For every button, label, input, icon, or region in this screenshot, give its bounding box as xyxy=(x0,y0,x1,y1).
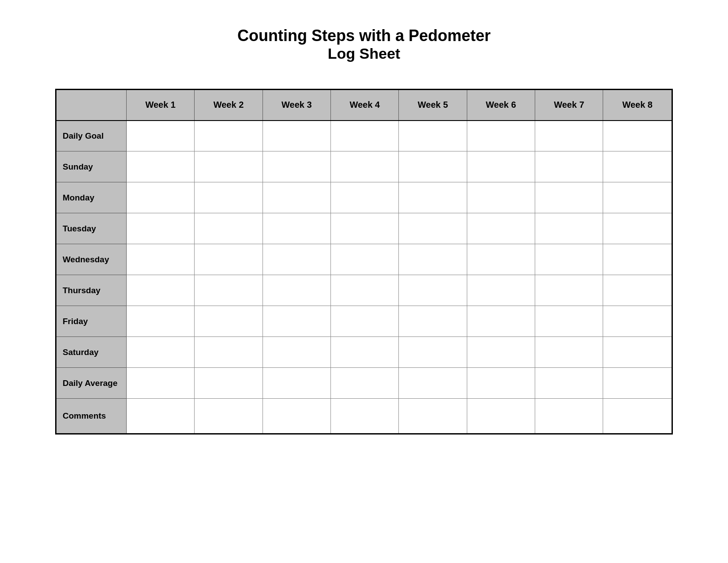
cell-row2-week6[interactable] xyxy=(467,182,535,213)
cell-row4-week4[interactable] xyxy=(331,244,399,275)
cell-row6-week8[interactable] xyxy=(603,306,672,337)
cell-row0-week3[interactable] xyxy=(263,121,330,151)
cell-row6-week2[interactable] xyxy=(195,306,263,337)
header-week3: Week 3 xyxy=(263,90,330,121)
cell-row3-week1[interactable] xyxy=(127,213,195,244)
cell-row0-week2[interactable] xyxy=(195,121,263,151)
cell-row8-week5[interactable] xyxy=(399,368,467,399)
cell-row0-week4[interactable] xyxy=(331,121,399,151)
cell-row6-week5[interactable] xyxy=(399,306,467,337)
cell-row1-week7[interactable] xyxy=(535,151,603,182)
cell-row3-week8[interactable] xyxy=(603,213,672,244)
cell-row0-week7[interactable] xyxy=(535,121,603,151)
table-row: Thursday xyxy=(56,275,672,306)
cell-row6-week1[interactable] xyxy=(127,306,195,337)
title-line1: Counting Steps with a Pedometer xyxy=(237,26,491,45)
cell-row9-week7[interactable] xyxy=(535,399,603,434)
cell-row8-week1[interactable] xyxy=(127,368,195,399)
cell-row8-week7[interactable] xyxy=(535,368,603,399)
cell-row5-week2[interactable] xyxy=(195,275,263,306)
cell-row8-week2[interactable] xyxy=(195,368,263,399)
cell-row2-week1[interactable] xyxy=(127,182,195,213)
cell-row8-week8[interactable] xyxy=(603,368,672,399)
cell-row7-week5[interactable] xyxy=(399,337,467,368)
cell-row7-week2[interactable] xyxy=(195,337,263,368)
cell-row4-week7[interactable] xyxy=(535,244,603,275)
cell-row2-week2[interactable] xyxy=(195,182,263,213)
cell-row5-week4[interactable] xyxy=(331,275,399,306)
cell-row3-week6[interactable] xyxy=(467,213,535,244)
cell-row3-week2[interactable] xyxy=(195,213,263,244)
table-row: Daily Goal xyxy=(56,121,672,151)
header-row: Week 1 Week 2 Week 3 Week 4 Week 5 Week … xyxy=(56,90,672,121)
cell-row2-week3[interactable] xyxy=(263,182,330,213)
cell-row1-week2[interactable] xyxy=(195,151,263,182)
cell-row9-week5[interactable] xyxy=(399,399,467,434)
cell-row3-week7[interactable] xyxy=(535,213,603,244)
cell-row6-week7[interactable] xyxy=(535,306,603,337)
cell-row3-week3[interactable] xyxy=(263,213,330,244)
cell-row7-week4[interactable] xyxy=(331,337,399,368)
cell-row0-week8[interactable] xyxy=(603,121,672,151)
table-row: Tuesday xyxy=(56,213,672,244)
cell-row1-week4[interactable] xyxy=(331,151,399,182)
cell-row9-week3[interactable] xyxy=(263,399,330,434)
cell-row7-week6[interactable] xyxy=(467,337,535,368)
cell-row1-week6[interactable] xyxy=(467,151,535,182)
cell-row8-week3[interactable] xyxy=(263,368,330,399)
cell-row7-week3[interactable] xyxy=(263,337,330,368)
cell-row7-week7[interactable] xyxy=(535,337,603,368)
cell-row9-week4[interactable] xyxy=(331,399,399,434)
cell-row4-week3[interactable] xyxy=(263,244,330,275)
cell-row4-week2[interactable] xyxy=(195,244,263,275)
cell-row6-week6[interactable] xyxy=(467,306,535,337)
cell-row5-week6[interactable] xyxy=(467,275,535,306)
cell-row2-week7[interactable] xyxy=(535,182,603,213)
cell-row6-week3[interactable] xyxy=(263,306,330,337)
table-row: Wednesday xyxy=(56,244,672,275)
log-table-wrapper: Week 1 Week 2 Week 3 Week 4 Week 5 Week … xyxy=(55,89,673,435)
cell-row2-week5[interactable] xyxy=(399,182,467,213)
cell-row2-week4[interactable] xyxy=(331,182,399,213)
cell-row1-week3[interactable] xyxy=(263,151,330,182)
log-table: Week 1 Week 2 Week 3 Week 4 Week 5 Week … xyxy=(55,89,673,435)
cell-row4-week1[interactable] xyxy=(127,244,195,275)
cell-row1-week1[interactable] xyxy=(127,151,195,182)
cell-row1-week5[interactable] xyxy=(399,151,467,182)
table-row: Monday xyxy=(56,182,672,213)
cell-row5-week5[interactable] xyxy=(399,275,467,306)
cell-row5-week3[interactable] xyxy=(263,275,330,306)
cell-row0-week1[interactable] xyxy=(127,121,195,151)
cell-row6-week4[interactable] xyxy=(331,306,399,337)
cell-row7-week8[interactable] xyxy=(603,337,672,368)
cell-row1-week8[interactable] xyxy=(603,151,672,182)
cell-row9-week2[interactable] xyxy=(195,399,263,434)
cell-row4-week8[interactable] xyxy=(603,244,672,275)
row-label-5: Thursday xyxy=(56,275,127,306)
cell-row9-week8[interactable] xyxy=(603,399,672,434)
cell-row3-week4[interactable] xyxy=(331,213,399,244)
cell-row4-week6[interactable] xyxy=(467,244,535,275)
row-label-3: Tuesday xyxy=(56,213,127,244)
table-row: Daily Average xyxy=(56,368,672,399)
cell-row0-week5[interactable] xyxy=(399,121,467,151)
table-row: Friday xyxy=(56,306,672,337)
cell-row8-week6[interactable] xyxy=(467,368,535,399)
page-title: Counting Steps with a Pedometer Log Shee… xyxy=(237,26,491,62)
cell-row2-week8[interactable] xyxy=(603,182,672,213)
cell-row5-week8[interactable] xyxy=(603,275,672,306)
cell-row4-week5[interactable] xyxy=(399,244,467,275)
cell-row7-week1[interactable] xyxy=(127,337,195,368)
cell-row9-week1[interactable] xyxy=(127,399,195,434)
cell-row9-week6[interactable] xyxy=(467,399,535,434)
table-row: Sunday xyxy=(56,151,672,182)
cell-row0-week6[interactable] xyxy=(467,121,535,151)
cell-row3-week5[interactable] xyxy=(399,213,467,244)
row-label-6: Friday xyxy=(56,306,127,337)
cell-row5-week7[interactable] xyxy=(535,275,603,306)
row-label-8: Daily Average xyxy=(56,368,127,399)
header-week8: Week 8 xyxy=(603,90,672,121)
cell-row8-week4[interactable] xyxy=(331,368,399,399)
header-empty xyxy=(56,90,127,121)
cell-row5-week1[interactable] xyxy=(127,275,195,306)
